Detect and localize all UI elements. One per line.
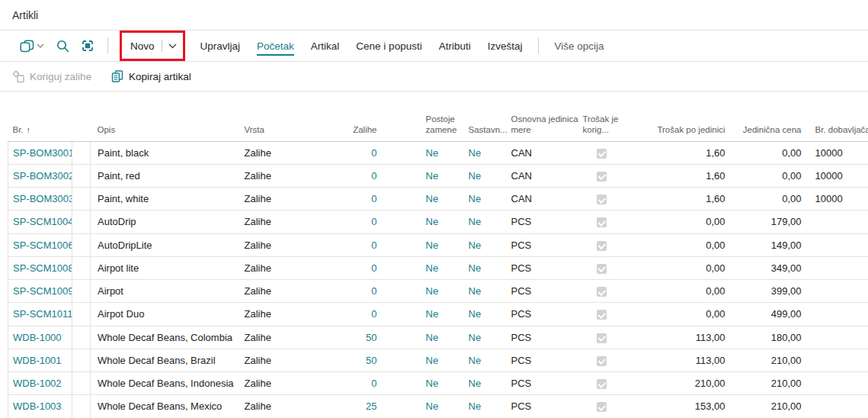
cell-cena: 179,00 [732, 211, 808, 233]
cell-sastavni[interactable]: Ne [463, 211, 507, 233]
cell-br[interactable]: WDB-1001 [8, 349, 72, 371]
table-row[interactable]: SP-SCM1009AirpotZalihe0NeNePCS0,00399,00 [8, 280, 868, 303]
table-row[interactable]: SP-SCM1011Airpot DuoZalihe0NeNePCS0,0049… [8, 303, 868, 326]
cell-zalihe[interactable]: 0 [327, 164, 383, 187]
cell-postoje[interactable]: Ne [420, 349, 463, 371]
cell-vrsta: Zalihe [237, 141, 327, 164]
cell-postoje[interactable]: Ne [420, 326, 463, 349]
analyze-button[interactable] [75, 31, 100, 61]
cell-empty [857, 349, 868, 371]
cell-br[interactable]: SP-BOM3003 [8, 188, 72, 211]
column-header-trosak[interactable]: Trošak po jedinici [622, 92, 732, 141]
cell-zalihe[interactable]: 0 [327, 256, 383, 279]
cell-vrsta: Zalihe [237, 211, 327, 233]
cell-sastavni[interactable]: Ne [463, 372, 507, 395]
column-header-br[interactable]: Br.↑ [8, 92, 72, 141]
table-header-row: Br.↑OpisVrstaZalihePostoje zameneSastavn… [8, 92, 868, 141]
cell-sastavni[interactable]: Ne [463, 141, 507, 164]
cost-adjusted-checkbox [597, 149, 607, 159]
cell-br[interactable]: SP-SCM1011 [8, 303, 72, 326]
cell-br[interactable]: SP-SCM1006 [8, 233, 72, 256]
cell-zalihe[interactable]: 0 [327, 372, 383, 395]
cell-vrsta: Zalihe [237, 164, 327, 187]
column-header-korig[interactable]: Trošak je korig... [581, 92, 622, 141]
menu-item-upravljaj[interactable]: Upravljaj [192, 31, 249, 61]
table-row[interactable]: WDB-1001Whole Decaf Beans, BrazilZalihe5… [8, 349, 868, 371]
cell-sastavni[interactable]: Ne [463, 326, 507, 349]
cell-br[interactable]: WDB-1000 [8, 326, 72, 349]
cell-sastavni[interactable]: Ne [463, 188, 507, 211]
table-row[interactable]: WDB-1002Whole Decaf Beans, IndonesiaZali… [8, 372, 868, 395]
cell-br[interactable]: SP-BOM3002 [8, 164, 72, 187]
search-button[interactable] [50, 31, 75, 61]
cell-jedinica: PCS [507, 256, 581, 279]
cell-zalihe[interactable]: 50 [327, 326, 383, 349]
menu-item-po-etak[interactable]: Početak [248, 31, 303, 61]
menu-item-cene-i-popusti[interactable]: Cene i popusti [348, 31, 430, 61]
cell-zalihe[interactable]: 0 [327, 280, 383, 303]
menu-item-izve-taj[interactable]: Izveštaj [479, 31, 531, 61]
cell-zalihe[interactable]: 50 [327, 349, 383, 371]
menu-item-artikal[interactable]: Artikal [303, 31, 348, 61]
cell-zalihe[interactable]: 0 [327, 141, 383, 164]
cell-trosak: 113,00 [622, 349, 732, 371]
cell-postoje[interactable]: Ne [420, 188, 463, 211]
cell-postoje[interactable]: Ne [420, 280, 463, 303]
cell-zalihe[interactable]: 0 [327, 233, 383, 256]
table-row[interactable]: WDB-1000Whole Decaf Beans, ColombiaZalih… [8, 326, 868, 349]
cell-postoje[interactable]: Ne [420, 211, 463, 233]
table-row[interactable]: SP-BOM3003Paint, whiteZalihe0NeNeCAN1,60… [8, 188, 868, 211]
table-row[interactable]: SP-SCM1004AutoDripZalihe0NeNePCS0,00179,… [8, 211, 868, 233]
cell-sastavni[interactable]: Ne [463, 349, 507, 371]
menu-item-atributi[interactable]: Atributi [431, 31, 479, 61]
cell-sastavni[interactable]: Ne [463, 164, 507, 187]
cell-postoje[interactable]: Ne [420, 141, 463, 164]
sort-ascending-icon: ↑ [27, 125, 31, 134]
cell-br[interactable]: SP-SCM1008 [8, 256, 72, 279]
views-button[interactable] [14, 31, 50, 61]
column-header-cena[interactable]: Jedinična cena [732, 92, 808, 141]
cell-trosak: 0,00 [622, 256, 732, 279]
cell-postoje[interactable]: Ne [420, 256, 463, 279]
cell-sastavni[interactable]: Ne [463, 233, 507, 256]
cell-sastavni[interactable]: Ne [463, 256, 507, 279]
cell-br[interactable]: SP-BOM3001 [8, 141, 72, 164]
copy-item-button[interactable]: Kopiraj artikal [111, 70, 191, 82]
column-header-dobavljac[interactable]: Br. dobavljača [808, 92, 857, 141]
column-header-jedinica[interactable]: Osnovna jedinica mere [507, 92, 581, 141]
cell-postoje[interactable]: Ne [420, 303, 463, 326]
cell-empty [857, 326, 868, 349]
cell-zalihe[interactable]: 0 [327, 188, 383, 211]
table-row[interactable]: WDB-1003Whole Decaf Beans, MexicoZalihe2… [8, 395, 868, 418]
cell-postoje[interactable]: Ne [420, 372, 463, 395]
table-row[interactable]: SP-SCM1008Airpot liteZalihe0NeNePCS0,003… [8, 256, 868, 279]
novo-dropdown-button[interactable] [162, 43, 183, 49]
cell-postoje[interactable]: Ne [420, 395, 463, 418]
column-header-postoje[interactable]: Postoje zamene [420, 92, 463, 141]
cell-zalihe[interactable]: 25 [327, 395, 383, 418]
cell-sastavni[interactable]: Ne [463, 303, 507, 326]
table-row[interactable]: SP-BOM3002Paint, redZalihe0NeNeCAN1,600,… [8, 164, 868, 187]
column-header-opis[interactable]: Opis [91, 92, 237, 141]
cell-br[interactable]: WDB-1003 [8, 395, 72, 418]
cell-sastavni[interactable]: Ne [463, 395, 507, 418]
table-row[interactable]: SP-SCM1006AutoDripLiteZalihe0NeNePCS0,00… [8, 233, 868, 256]
cell-postoje[interactable]: Ne [420, 233, 463, 256]
column-header-sastavni[interactable]: Sastavn... [463, 92, 507, 141]
cell-dobavljac: 10000 [808, 188, 857, 211]
cell-br[interactable]: WDB-1002 [8, 372, 72, 395]
cell-cena: 499,00 [732, 303, 808, 326]
cell-sastavni[interactable]: Ne [463, 280, 507, 303]
novo-button[interactable]: Novo [122, 40, 162, 52]
cell-br[interactable]: SP-SCM1004 [8, 211, 72, 233]
column-header-zalihe[interactable]: Zalihe [327, 92, 383, 141]
cell-korig [581, 233, 622, 256]
cell-postoje[interactable]: Ne [420, 164, 463, 187]
column-header-vrsta[interactable]: Vrsta [237, 92, 327, 141]
cell-jedinica: PCS [507, 395, 581, 418]
cell-br[interactable]: SP-SCM1009 [8, 280, 72, 303]
cell-zalihe[interactable]: 0 [327, 303, 383, 326]
cell-zalihe[interactable]: 0 [327, 211, 383, 233]
table-row[interactable]: SP-BOM3001Paint, blackZalihe0NeNeCAN1,60… [8, 141, 868, 164]
more-options-button[interactable]: Više opcija [546, 40, 611, 52]
